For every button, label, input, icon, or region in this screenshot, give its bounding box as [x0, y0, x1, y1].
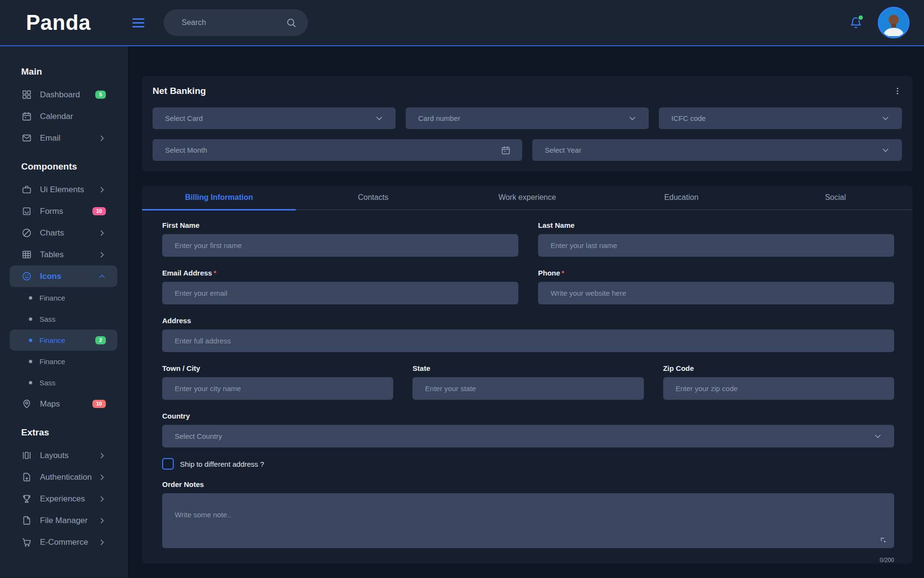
tab-label: Social [825, 193, 846, 202]
notifications-button[interactable] [849, 16, 862, 29]
sidebar-item-label: Ui Elements [40, 185, 84, 195]
smiley-icon [21, 271, 32, 281]
icfc-code-dropdown[interactable]: ICFC code [659, 107, 902, 129]
sidebar-subitem-finance[interactable]: Finance [10, 351, 117, 372]
pie-chart-icon [21, 228, 32, 238]
sidebar-item-file-manager[interactable]: File Manager [10, 510, 117, 531]
tab-work-experience[interactable]: Work experience [450, 185, 604, 210]
sidebar-subitem-finance[interactable]: Finance [10, 287, 117, 308]
card-number-dropdown[interactable]: Card number [406, 107, 649, 129]
phone-field[interactable] [538, 282, 894, 304]
sidebar-item-authentication[interactable]: Authentication [10, 466, 117, 488]
calendar-icon [21, 111, 32, 121]
sidebar: Main Dashboard 5 Calendar Email [0, 46, 128, 578]
select-value: Select Country [175, 432, 222, 440]
tab-billing-information[interactable]: Billing Information [142, 185, 296, 210]
dashboard-badge: 5 [95, 91, 106, 99]
finance-badge: 2 [95, 336, 106, 344]
bullet-icon [29, 296, 32, 300]
email-label: Email Address* [162, 269, 518, 277]
state-field[interactable] [412, 377, 643, 400]
select-value: Select Year [545, 146, 581, 154]
select-value: Select Card [165, 114, 203, 122]
chevron-right-icon [98, 229, 106, 237]
address-field[interactable] [162, 329, 894, 352]
ship-different-address-label: Ship to different address ? [180, 460, 264, 468]
sidebar-item-tables[interactable]: Tables [10, 244, 117, 265]
last-name-field[interactable] [538, 234, 894, 257]
town-city-label: Town / City [162, 364, 393, 372]
topbar: Panda [0, 0, 924, 46]
sidebar-item-label: Layouts [40, 451, 69, 460]
app-logo: Panda [26, 11, 91, 35]
phone-label: Phone* [538, 269, 894, 277]
chevron-down-icon [881, 145, 890, 155]
search-icon[interactable] [286, 17, 296, 28]
address-label: Address [162, 316, 894, 325]
sidebar-item-layouts[interactable]: Layouts [10, 445, 117, 466]
select-month-picker[interactable]: Select Month [153, 139, 522, 161]
sidebar-item-label: File Manager [40, 516, 88, 525]
sidebar-item-label: Dashboard [40, 90, 80, 100]
forms-icon [21, 206, 32, 216]
email-field[interactable] [162, 282, 518, 304]
dashboard-icon [21, 90, 32, 100]
sidebar-subitem-sass[interactable]: Sass [10, 308, 117, 329]
country-dropdown[interactable]: Select Country [162, 425, 894, 447]
chevron-down-icon [873, 432, 883, 441]
sidebar-item-email[interactable]: Email [10, 127, 117, 149]
select-value: Card number [418, 114, 461, 122]
sidebar-item-dashboard[interactable]: Dashboard 5 [10, 84, 117, 105]
tab-education[interactable]: Education [604, 185, 758, 210]
last-name-label: Last Name [538, 221, 894, 229]
select-year-dropdown[interactable]: Select Year [532, 139, 902, 161]
sidebar-item-icons[interactable]: Icons [10, 265, 117, 287]
chevron-down-icon [374, 114, 384, 123]
tab-contacts[interactable]: Contacts [296, 185, 450, 210]
sidebar-subitem-sass[interactable]: Sass [10, 372, 117, 393]
sidebar-item-ui-elements[interactable]: Ui Elements [10, 179, 117, 200]
ship-different-address-checkbox[interactable] [162, 458, 174, 470]
state-label: State [412, 364, 643, 372]
bullet-icon [29, 381, 32, 384]
app-root: Panda Main [0, 0, 924, 578]
sidebar-item-label: Authentication [40, 473, 92, 482]
sidebar-item-label: Email [40, 133, 61, 143]
first-name-label: First Name [162, 221, 518, 229]
menu-icon[interactable] [132, 18, 144, 27]
town-city-field[interactable] [162, 377, 393, 400]
briefcase-icon [21, 184, 32, 195]
char-counter: 0/200 [162, 557, 894, 564]
sidebar-item-maps[interactable]: Maps 10 [10, 393, 117, 415]
sidebar-item-calendar[interactable]: Calendar [10, 105, 117, 127]
user-avatar[interactable] [878, 7, 910, 39]
chevron-down-icon [628, 114, 637, 123]
required-asterisk: * [214, 269, 217, 277]
sidebar-heading-extras: Extras [10, 427, 117, 438]
first-name-field[interactable] [162, 234, 518, 257]
notification-dot [858, 14, 864, 21]
zip-code-field[interactable] [663, 377, 894, 400]
tab-bar: Billing Information Contacts Work experi… [142, 185, 912, 210]
search-input[interactable] [182, 18, 286, 27]
sidebar-item-charts[interactable]: Charts [10, 222, 117, 244]
select-card-dropdown[interactable]: Select Card [153, 107, 396, 129]
kebab-menu-icon[interactable] [893, 87, 902, 95]
chevron-right-icon [98, 134, 106, 142]
sidebar-heading-main: Main [10, 66, 117, 77]
required-asterisk: * [562, 269, 565, 277]
zip-code-label: Zip Code [663, 364, 894, 372]
sidebar-item-forms[interactable]: Forms 10 [10, 200, 117, 222]
calendar-icon [501, 145, 511, 155]
search-bar[interactable] [164, 9, 308, 36]
bullet-icon [29, 360, 32, 363]
country-label: Country [162, 412, 894, 420]
trophy-icon [21, 494, 32, 504]
cart-icon [21, 537, 32, 547]
order-notes-field[interactable] [162, 493, 894, 548]
sidebar-item-ecommerce[interactable]: E-Commerce [10, 531, 117, 553]
sidebar-item-experiences[interactable]: Experiences [10, 488, 117, 510]
tab-social[interactable]: Social [758, 185, 912, 210]
sidebar-item-label: Experiences [40, 494, 85, 504]
sidebar-subitem-finance-active[interactable]: Finance 2 [10, 329, 117, 351]
